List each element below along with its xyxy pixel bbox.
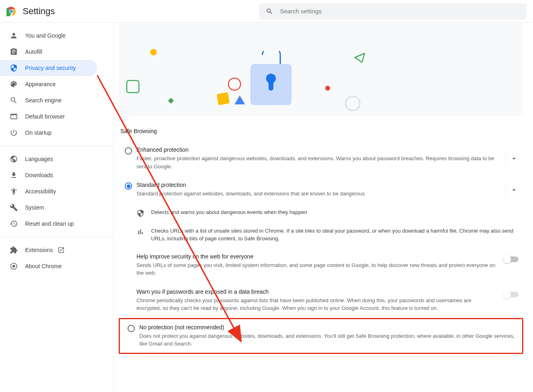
detail-row: Detects and warns you about dangerous ev…	[119, 203, 523, 222]
toggle-title: Help improve security on the web for eve…	[136, 253, 496, 260]
wrench-icon	[10, 203, 18, 212]
svg-marker-14	[346, 97, 360, 110]
sidebar-item-you-and-google[interactable]: You and Google	[0, 28, 97, 44]
chevron-down-icon	[510, 155, 518, 163]
nav-label: You and Google	[25, 32, 66, 39]
nav-label: Default browser	[25, 113, 65, 120]
option-title: Enhanced protection	[136, 146, 505, 153]
svg-point-12	[325, 86, 330, 91]
download-icon	[10, 171, 18, 179]
nav-label: System	[25, 204, 44, 211]
sidebar-item-on-startup[interactable]: On startup	[0, 125, 97, 141]
sidebar-item-default-browser[interactable]: Default browser	[0, 108, 97, 125]
svg-point-6	[228, 78, 241, 90]
sidebar-item-reset[interactable]: Reset and clean up	[0, 216, 97, 232]
radio-standard[interactable]	[125, 182, 132, 190]
clipboard-icon	[10, 48, 18, 56]
svg-marker-11	[235, 95, 245, 104]
option-title: No protection (not recommended)	[139, 324, 519, 331]
nav-label: About Chrome	[25, 263, 62, 269]
option-no-protection[interactable]: No protection (not recommended) Does not…	[122, 322, 520, 350]
toggle-help-improve: Help improve security on the web for eve…	[119, 248, 523, 283]
extension-icon	[10, 246, 18, 254]
nav-label: Extensions	[25, 247, 53, 253]
toggle-title: Warn you if passwords are exposed in a d…	[136, 288, 496, 295]
main-content: Safe Browsing Enhanced protection Faster…	[113, 23, 533, 392]
sidebar-item-system[interactable]: System	[0, 199, 97, 216]
restore-icon	[10, 220, 18, 228]
toggle-password-breach: Warn you if passwords are exposed in a d…	[119, 283, 523, 318]
toggle-switch[interactable]	[504, 292, 518, 297]
sidebar-item-privacy-security[interactable]: Privacy and security	[0, 60, 97, 76]
power-icon	[10, 129, 18, 137]
toggle-desc: Sends URLs of some pages you visit, limi…	[136, 261, 496, 277]
svg-rect-9	[269, 80, 273, 91]
browser-icon	[10, 112, 18, 121]
option-standard-protection[interactable]: Standard protection Standard protection …	[119, 176, 523, 203]
sidebar-item-extensions[interactable]: Extensions	[0, 242, 97, 258]
header: Settings	[0, 0, 533, 23]
expand-button[interactable]	[505, 153, 522, 165]
person-icon	[10, 32, 18, 40]
globe-icon	[10, 155, 18, 163]
nav-label: Languages	[25, 156, 53, 162]
nav-label: Reset and clean up	[25, 220, 74, 227]
sidebar-item-languages[interactable]: Languages	[0, 151, 97, 167]
search-box[interactable]	[259, 3, 527, 19]
shield-icon	[10, 64, 18, 72]
option-enhanced-protection[interactable]: Enhanced protection Faster, proactive pr…	[119, 141, 523, 176]
sidebar-item-autofill[interactable]: Autofill	[0, 44, 97, 60]
bar-chart-icon	[136, 228, 145, 236]
nav-label: Search engine	[25, 97, 62, 104]
chrome-outline-icon	[10, 262, 18, 270]
divider	[0, 146, 113, 146]
detail-row: Checks URLs with a list of unsafe sites …	[119, 222, 523, 248]
sidebar-item-search-engine[interactable]: Search engine	[0, 92, 97, 108]
sidebar-item-downloads[interactable]: Downloads	[0, 167, 97, 183]
toggle-desc: Chrome periodically checks your password…	[136, 297, 496, 312]
option-desc: Faster, proactive protection against dan…	[136, 155, 505, 170]
sidebar-item-about[interactable]: About Chrome	[0, 258, 97, 274]
svg-marker-13	[355, 53, 365, 62]
accessibility-icon	[10, 187, 18, 195]
nav-label: Appearance	[25, 81, 56, 87]
svg-rect-10	[217, 92, 230, 105]
shield-icon	[136, 209, 145, 217]
svg-point-3	[150, 49, 157, 55]
chrome-logo-icon	[6, 6, 16, 16]
svg-rect-5	[168, 98, 174, 104]
page-title: Settings	[23, 6, 55, 17]
radio-no-protection[interactable]	[128, 325, 135, 332]
search-icon	[10, 96, 18, 104]
nav-label: Accessibility	[25, 188, 56, 195]
sidebar-item-accessibility[interactable]: Accessibility	[0, 183, 97, 199]
search-icon	[266, 7, 273, 15]
section-title: Safe Browsing	[120, 128, 523, 134]
nav-label: Autofill	[25, 49, 42, 55]
chevron-up-icon	[510, 186, 518, 194]
toggle-switch[interactable]	[504, 256, 518, 262]
hero-illustration	[119, 23, 523, 116]
highlight-annotation: No protection (not recommended) Does not…	[119, 318, 523, 354]
nav-label: Privacy and security	[25, 65, 76, 71]
option-desc: Standard protection against websites, do…	[136, 190, 505, 198]
collapse-button[interactable]	[505, 184, 522, 196]
palette-icon	[10, 80, 18, 88]
sidebar: You and Google Autofill Privacy and secu…	[0, 23, 113, 392]
open-external-icon	[58, 246, 65, 254]
sidebar-item-appearance[interactable]: Appearance	[0, 76, 97, 92]
detail-text: Checks URLs with a list of unsafe sites …	[151, 227, 523, 243]
option-title: Standard protection	[136, 182, 505, 188]
detail-text: Detects and warns you about dangerous ev…	[151, 208, 523, 216]
svg-rect-4	[127, 81, 139, 93]
search-input[interactable]	[280, 8, 520, 15]
option-desc: Does not protect you against dangerous w…	[139, 332, 519, 348]
svg-point-2	[10, 10, 13, 13]
nav-label: On startup	[25, 129, 51, 136]
radio-enhanced[interactable]	[125, 147, 132, 155]
nav-label: Downloads	[25, 172, 53, 178]
divider	[0, 237, 113, 237]
